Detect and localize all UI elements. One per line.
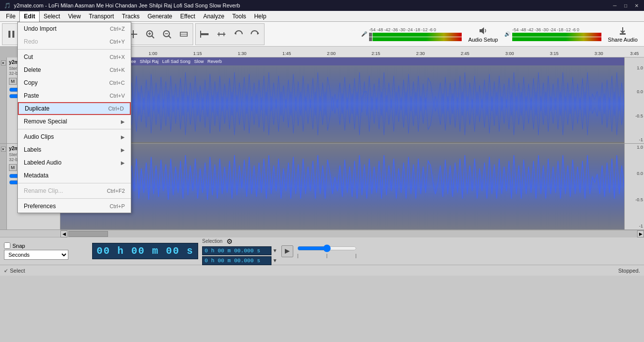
menu-effect[interactable]: Effect <box>176 11 199 22</box>
dd-sep-4 <box>18 198 131 199</box>
sel-inputs: 0 h 00 m 00.000 s ▼ 0 h 00 m 00.000 s ▼ <box>202 246 277 265</box>
track-1-waveform[interactable]: Milan Aasman Me Hoi Chandan Jee Shilpi R… <box>60 57 624 143</box>
selection-settings-icon[interactable]: ⚙ <box>226 237 233 245</box>
fit-tool[interactable] <box>176 25 192 43</box>
ruler-labels: 0:30 0:45 1:00 1:15 1:30 1:45 2:00 2:15 … <box>60 47 644 57</box>
menu-audio-clips[interactable]: Audio Clips ▶ <box>18 130 131 143</box>
scroll-left-arrow[interactable]: ◀ <box>60 230 67 237</box>
svg-marker-27 <box>480 27 484 34</box>
menu-select[interactable]: Select <box>40 11 64 22</box>
svg-rect-0 <box>8 31 10 38</box>
menu-tracks[interactable]: Tracks <box>118 11 144 22</box>
vu-bar-l <box>373 33 462 37</box>
snap-label[interactable]: Snap <box>12 243 25 249</box>
share-audio-label: Share Audio <box>608 37 638 43</box>
track-2-side: ✕ <box>0 144 7 229</box>
scroll-right-arrow[interactable]: ▶ <box>637 230 644 237</box>
menu-copy[interactable]: Copy Ctrl+C <box>18 76 131 89</box>
track-1-side: ✕ <box>0 57 7 143</box>
trim-tool[interactable] <box>197 25 213 43</box>
menu-preferences[interactable]: Preferences Ctrl+P <box>18 200 131 213</box>
scroll-track[interactable] <box>67 230 637 237</box>
track-1-mute[interactable]: M <box>9 78 17 85</box>
speed-slider[interactable] <box>297 244 357 252</box>
svg-rect-31 <box>60 65 624 142</box>
sel-input-2[interactable]: 0 h 00 m 00.000 s <box>202 256 271 265</box>
svg-rect-33 <box>60 144 624 229</box>
seconds-select[interactable]: Seconds Minutes Hours Samples <box>4 250 68 260</box>
menu-file[interactable]: File <box>2 11 19 22</box>
vu-labels-top: -54-48-42-36-30-24-18-12-60 <box>369 27 462 32</box>
sel-dropdown-2[interactable]: ▼ <box>272 258 277 263</box>
silence-tool[interactable] <box>214 25 229 43</box>
play-ctrl-icon <box>284 248 291 255</box>
menu-generate[interactable]: Generate <box>144 11 176 22</box>
time-display: 00 h 00 m 00 s <box>92 243 198 259</box>
share-icon <box>618 26 628 36</box>
vu-l-label <box>369 33 372 37</box>
track-2-y-axis: 1.0 0.0 -0.5 -1 <box>624 144 644 229</box>
svg-rect-28 <box>620 33 626 35</box>
track-1-waveform-fill <box>60 65 624 143</box>
out-vu-bar-r <box>512 37 601 41</box>
menu-analyze[interactable]: Analyze <box>199 11 228 22</box>
audio-setup-button[interactable]: Audio Setup <box>464 23 502 45</box>
sel-dropdown-1[interactable]: ▼ <box>272 248 277 253</box>
zoom-in-tool[interactable] <box>142 25 158 43</box>
dd-sep-1 <box>18 49 131 50</box>
output-meter: 🔊 -54-48-42-36-30-24-18-12-60 <box>504 27 601 41</box>
menu-labeled-audio[interactable]: Labeled Audio ▶ <box>18 156 131 169</box>
menu-transport[interactable]: Transport <box>85 11 118 22</box>
edit-dropdown-menu: Undo Import Ctrl+Z Redo Ctrl+Y Cut Ctrl+… <box>17 22 131 213</box>
menu-tools[interactable]: Tools <box>228 11 250 22</box>
snap-seconds-area: Snap Seconds Minutes Hours Samples <box>4 242 88 260</box>
undo-tool[interactable] <box>230 25 246 43</box>
snap-checkbox[interactable] <box>4 242 10 249</box>
sel-input-1[interactable]: 0 h 00 m 00.000 s <box>202 246 271 255</box>
menu-edit[interactable]: Edit <box>19 11 40 22</box>
share-audio-button[interactable]: Share Audio <box>603 23 642 45</box>
svg-rect-1 <box>12 31 14 38</box>
menu-rename-clip[interactable]: Rename Clip... Ctrl+F2 <box>18 184 131 197</box>
sel-val-1: 0 h 00 m 00.000 s <box>205 248 260 254</box>
menu-remove-special[interactable]: Remove Special ▶ <box>18 115 131 128</box>
menu-paste[interactable]: Paste Ctrl+V <box>18 89 131 102</box>
track-2-close[interactable]: ✕ <box>1 147 6 152</box>
zoom-out-tool[interactable] <box>159 25 175 43</box>
title-bar-left: 🎵 y2mate.com - LoFi Milan Aasman Me Hoi … <box>4 2 240 9</box>
menu-labels[interactable]: Labels ▶ <box>18 143 131 156</box>
track-2-waveform[interactable] <box>60 144 624 229</box>
menu-cut[interactable]: Cut Ctrl+X <box>18 51 131 63</box>
vu-bar-r <box>373 37 462 41</box>
redo-tool[interactable] <box>247 25 263 43</box>
svg-marker-34 <box>285 249 290 254</box>
audio-setup-label: Audio Setup <box>468 37 498 43</box>
speaker-icon <box>478 26 488 36</box>
menu-metadata[interactable]: Metadata <box>18 169 131 182</box>
out-vu-bar-l <box>512 33 601 37</box>
menu-help[interactable]: Help <box>250 11 270 22</box>
scroll-thumb[interactable] <box>68 231 108 237</box>
menu-delete[interactable]: Delete Ctrl+K <box>18 63 131 76</box>
selection-area: Selection ⚙ 0 h 00 m 00.000 s ▼ 0 h 00 m… <box>202 237 277 265</box>
track-2-mute[interactable]: M <box>9 164 17 171</box>
minimize-button[interactable]: ─ <box>611 2 618 9</box>
menu-bar: File Edit Select View Transport Tracks G… <box>0 11 644 22</box>
select-mode-area: ↙ Select <box>4 268 25 274</box>
bottom-toolbar: Snap Seconds Minutes Hours Samples 00 h … <box>0 237 644 265</box>
volume-area: 🎤 -54-48-42-36-30-24-18-12-60 <box>361 27 462 41</box>
selection-row: Selection ⚙ <box>202 237 277 245</box>
sel-gear: ⚙ <box>226 237 233 245</box>
audio-tools-group <box>195 23 265 45</box>
track-1-close[interactable]: ✕ <box>1 60 6 65</box>
status-bar: ↙ Select Stopped. <box>0 265 644 276</box>
play-ctrl-button[interactable] <box>281 245 293 257</box>
menu-undo-import[interactable]: Undo Import Ctrl+Z <box>18 22 131 35</box>
menu-view[interactable]: View <box>64 11 85 22</box>
menu-redo[interactable]: Redo Ctrl+Y <box>18 35 131 48</box>
maximize-button[interactable]: □ <box>622 2 629 9</box>
close-button[interactable]: ✕ <box>633 2 640 9</box>
sel-row-2: 0 h 00 m 00.000 s ▼ <box>202 256 277 265</box>
menu-duplicate[interactable]: Duplicate Ctrl+D <box>18 102 131 115</box>
snap-area: Snap <box>4 242 88 249</box>
